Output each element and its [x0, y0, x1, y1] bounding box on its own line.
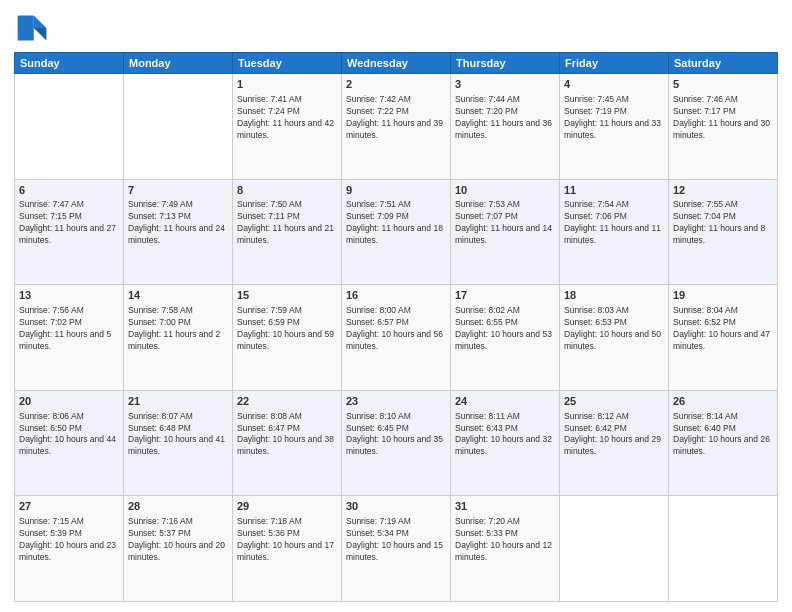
cell-content: Sunrise: 8:08 AM Sunset: 6:47 PM Dayligh… — [237, 411, 337, 459]
cell-content: Sunrise: 7:59 AM Sunset: 6:59 PM Dayligh… — [237, 305, 337, 353]
weekday-header-saturday: Saturday — [669, 53, 778, 74]
calendar-cell: 3Sunrise: 7:44 AM Sunset: 7:20 PM Daylig… — [451, 74, 560, 180]
day-number: 2 — [346, 77, 446, 92]
day-number: 4 — [564, 77, 664, 92]
day-number: 5 — [673, 77, 773, 92]
calendar-cell: 5Sunrise: 7:46 AM Sunset: 7:17 PM Daylig… — [669, 74, 778, 180]
calendar-cell — [124, 74, 233, 180]
calendar-cell: 20Sunrise: 8:06 AM Sunset: 6:50 PM Dayli… — [15, 390, 124, 496]
calendar-cell: 31Sunrise: 7:20 AM Sunset: 5:33 PM Dayli… — [451, 496, 560, 602]
day-number: 9 — [346, 183, 446, 198]
calendar-cell: 2Sunrise: 7:42 AM Sunset: 7:22 PM Daylig… — [342, 74, 451, 180]
cell-content: Sunrise: 8:11 AM Sunset: 6:43 PM Dayligh… — [455, 411, 555, 459]
calendar-cell: 28Sunrise: 7:16 AM Sunset: 5:37 PM Dayli… — [124, 496, 233, 602]
day-number: 20 — [19, 394, 119, 409]
weekday-header-thursday: Thursday — [451, 53, 560, 74]
calendar-cell: 26Sunrise: 8:14 AM Sunset: 6:40 PM Dayli… — [669, 390, 778, 496]
day-number: 8 — [237, 183, 337, 198]
cell-content: Sunrise: 8:02 AM Sunset: 6:55 PM Dayligh… — [455, 305, 555, 353]
weekday-header-monday: Monday — [124, 53, 233, 74]
day-number: 21 — [128, 394, 228, 409]
calendar-cell: 12Sunrise: 7:55 AM Sunset: 7:04 PM Dayli… — [669, 179, 778, 285]
week-row-1: 6Sunrise: 7:47 AM Sunset: 7:15 PM Daylig… — [15, 179, 778, 285]
cell-content: Sunrise: 7:53 AM Sunset: 7:07 PM Dayligh… — [455, 199, 555, 247]
day-number: 30 — [346, 499, 446, 514]
calendar-cell — [560, 496, 669, 602]
day-number: 13 — [19, 288, 119, 303]
day-number: 7 — [128, 183, 228, 198]
calendar-cell: 4Sunrise: 7:45 AM Sunset: 7:19 PM Daylig… — [560, 74, 669, 180]
cell-content: Sunrise: 8:04 AM Sunset: 6:52 PM Dayligh… — [673, 305, 773, 353]
week-row-4: 27Sunrise: 7:15 AM Sunset: 5:39 PM Dayli… — [15, 496, 778, 602]
calendar-cell: 27Sunrise: 7:15 AM Sunset: 5:39 PM Dayli… — [15, 496, 124, 602]
calendar-cell: 24Sunrise: 8:11 AM Sunset: 6:43 PM Dayli… — [451, 390, 560, 496]
cell-content: Sunrise: 8:00 AM Sunset: 6:57 PM Dayligh… — [346, 305, 446, 353]
calendar-cell — [15, 74, 124, 180]
logo-icon — [14, 10, 50, 46]
calendar-cell: 18Sunrise: 8:03 AM Sunset: 6:53 PM Dayli… — [560, 285, 669, 391]
cell-content: Sunrise: 7:51 AM Sunset: 7:09 PM Dayligh… — [346, 199, 446, 247]
cell-content: Sunrise: 7:58 AM Sunset: 7:00 PM Dayligh… — [128, 305, 228, 353]
day-number: 12 — [673, 183, 773, 198]
calendar-cell: 11Sunrise: 7:54 AM Sunset: 7:06 PM Dayli… — [560, 179, 669, 285]
day-number: 31 — [455, 499, 555, 514]
day-number: 18 — [564, 288, 664, 303]
calendar-cell: 17Sunrise: 8:02 AM Sunset: 6:55 PM Dayli… — [451, 285, 560, 391]
calendar-cell: 13Sunrise: 7:56 AM Sunset: 7:02 PM Dayli… — [15, 285, 124, 391]
cell-content: Sunrise: 8:06 AM Sunset: 6:50 PM Dayligh… — [19, 411, 119, 459]
weekday-header-tuesday: Tuesday — [233, 53, 342, 74]
day-number: 14 — [128, 288, 228, 303]
day-number: 23 — [346, 394, 446, 409]
calendar-cell: 7Sunrise: 7:49 AM Sunset: 7:13 PM Daylig… — [124, 179, 233, 285]
cell-content: Sunrise: 8:12 AM Sunset: 6:42 PM Dayligh… — [564, 411, 664, 459]
weekday-header-wednesday: Wednesday — [342, 53, 451, 74]
cell-content: Sunrise: 7:15 AM Sunset: 5:39 PM Dayligh… — [19, 516, 119, 564]
calendar-cell: 23Sunrise: 8:10 AM Sunset: 6:45 PM Dayli… — [342, 390, 451, 496]
week-row-3: 20Sunrise: 8:06 AM Sunset: 6:50 PM Dayli… — [15, 390, 778, 496]
cell-content: Sunrise: 7:55 AM Sunset: 7:04 PM Dayligh… — [673, 199, 773, 247]
cell-content: Sunrise: 8:10 AM Sunset: 6:45 PM Dayligh… — [346, 411, 446, 459]
weekday-header-friday: Friday — [560, 53, 669, 74]
day-number: 19 — [673, 288, 773, 303]
calendar-body: 1Sunrise: 7:41 AM Sunset: 7:24 PM Daylig… — [15, 74, 778, 602]
cell-content: Sunrise: 7:45 AM Sunset: 7:19 PM Dayligh… — [564, 94, 664, 142]
day-number: 6 — [19, 183, 119, 198]
day-number: 15 — [237, 288, 337, 303]
day-number: 24 — [455, 394, 555, 409]
cell-content: Sunrise: 7:56 AM Sunset: 7:02 PM Dayligh… — [19, 305, 119, 353]
calendar-cell: 10Sunrise: 7:53 AM Sunset: 7:07 PM Dayli… — [451, 179, 560, 285]
page: SundayMondayTuesdayWednesdayThursdayFrid… — [0, 0, 792, 612]
day-number: 1 — [237, 77, 337, 92]
calendar-cell — [669, 496, 778, 602]
svg-marker-0 — [34, 15, 47, 28]
cell-content: Sunrise: 8:07 AM Sunset: 6:48 PM Dayligh… — [128, 411, 228, 459]
cell-content: Sunrise: 7:19 AM Sunset: 5:34 PM Dayligh… — [346, 516, 446, 564]
day-number: 11 — [564, 183, 664, 198]
day-number: 22 — [237, 394, 337, 409]
weekday-row: SundayMondayTuesdayWednesdayThursdayFrid… — [15, 53, 778, 74]
day-number: 28 — [128, 499, 228, 514]
cell-content: Sunrise: 7:20 AM Sunset: 5:33 PM Dayligh… — [455, 516, 555, 564]
day-number: 25 — [564, 394, 664, 409]
calendar-cell: 21Sunrise: 8:07 AM Sunset: 6:48 PM Dayli… — [124, 390, 233, 496]
calendar-cell: 16Sunrise: 8:00 AM Sunset: 6:57 PM Dayli… — [342, 285, 451, 391]
calendar-cell: 8Sunrise: 7:50 AM Sunset: 7:11 PM Daylig… — [233, 179, 342, 285]
svg-marker-1 — [34, 28, 47, 41]
cell-content: Sunrise: 7:18 AM Sunset: 5:36 PM Dayligh… — [237, 516, 337, 564]
day-number: 3 — [455, 77, 555, 92]
cell-content: Sunrise: 8:14 AM Sunset: 6:40 PM Dayligh… — [673, 411, 773, 459]
calendar-cell: 15Sunrise: 7:59 AM Sunset: 6:59 PM Dayli… — [233, 285, 342, 391]
cell-content: Sunrise: 7:16 AM Sunset: 5:37 PM Dayligh… — [128, 516, 228, 564]
header — [14, 10, 778, 46]
cell-content: Sunrise: 7:54 AM Sunset: 7:06 PM Dayligh… — [564, 199, 664, 247]
weekday-header-sunday: Sunday — [15, 53, 124, 74]
cell-content: Sunrise: 7:50 AM Sunset: 7:11 PM Dayligh… — [237, 199, 337, 247]
cell-content: Sunrise: 7:41 AM Sunset: 7:24 PM Dayligh… — [237, 94, 337, 142]
cell-content: Sunrise: 7:44 AM Sunset: 7:20 PM Dayligh… — [455, 94, 555, 142]
calendar-cell: 22Sunrise: 8:08 AM Sunset: 6:47 PM Dayli… — [233, 390, 342, 496]
cell-content: Sunrise: 7:46 AM Sunset: 7:17 PM Dayligh… — [673, 94, 773, 142]
cell-content: Sunrise: 8:03 AM Sunset: 6:53 PM Dayligh… — [564, 305, 664, 353]
week-row-2: 13Sunrise: 7:56 AM Sunset: 7:02 PM Dayli… — [15, 285, 778, 391]
calendar-cell: 25Sunrise: 8:12 AM Sunset: 6:42 PM Dayli… — [560, 390, 669, 496]
day-number: 17 — [455, 288, 555, 303]
